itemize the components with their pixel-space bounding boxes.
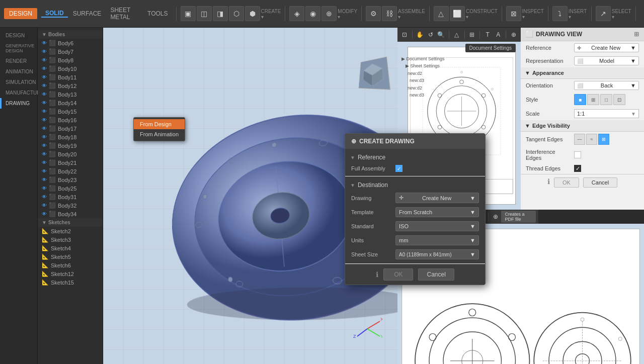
mini-tool-rotate[interactable]: ↺: [426, 29, 435, 40]
tree-item-sketch15[interactable]: 📐Sketch15: [38, 278, 103, 287]
tool-icon-3[interactable]: ◨: [213, 6, 228, 21]
dv-thread-checkbox[interactable]: ✓: [574, 165, 581, 172]
eye-icon[interactable]: 👁: [42, 160, 47, 165]
tab-sheet-metal[interactable]: SHEET METAL: [106, 7, 142, 21]
dv-expand-icon[interactable]: ⊞: [634, 31, 639, 38]
dialog-ok-button[interactable]: OK: [383, 268, 413, 281]
tree-item-body10[interactable]: 👁⬛Body10: [38, 64, 103, 73]
mini-tool-text[interactable]: T: [483, 29, 492, 40]
destination-section-header[interactable]: ▼ Destination: [345, 178, 485, 191]
bottom-tool-sym[interactable]: ⊕: [492, 211, 500, 222]
modify-icon-3[interactable]: ⊕: [321, 6, 337, 21]
eye-icon[interactable]: 👁: [42, 177, 47, 183]
tree-item-sketch5[interactable]: 📐Sketch5: [38, 252, 103, 261]
viewport-3d[interactable]: From Design From Animation: [103, 28, 397, 364]
construct-icon-2[interactable]: ⬜: [450, 6, 465, 21]
dv-cancel-button[interactable]: Cancel: [583, 177, 617, 188]
construct-icon-1[interactable]: △: [434, 6, 449, 21]
dialog-cancel-button[interactable]: Cancel: [418, 268, 454, 281]
tree-item-body32[interactable]: 👁⬛Body32: [38, 201, 103, 210]
mini-tool-dimensions[interactable]: ⊞: [467, 29, 476, 40]
sidebar-item-generative[interactable]: GENERATIVE DESIGN: [0, 41, 37, 56]
tree-item-body8[interactable]: 👁⬛Body8: [38, 56, 103, 64]
sidebar-item-render[interactable]: RENDER: [0, 56, 37, 66]
sidebar-item-simulation[interactable]: SIMULATION: [0, 77, 37, 87]
eye-icon[interactable]: 👁: [42, 194, 47, 200]
eye-icon[interactable]: 👁: [42, 117, 47, 123]
eye-icon[interactable]: 👁: [42, 40, 47, 46]
eye-icon[interactable]: 👁: [42, 57, 47, 63]
tree-item-body15[interactable]: 👁⬛Body15: [38, 107, 103, 116]
dv-style-btn-1[interactable]: ■: [574, 94, 586, 105]
dv-representation-select[interactable]: ⬜ Model ▼: [574, 56, 639, 65]
mini-tool-views[interactable]: ⊡: [400, 29, 409, 40]
eye-icon[interactable]: 👁: [42, 100, 47, 106]
sidebar-item-drawing[interactable]: DRAWING: [0, 98, 37, 109]
tree-item-sketch6[interactable]: 📐Sketch6: [38, 261, 103, 269]
tree-item-body34[interactable]: 👁⬛Body34: [38, 210, 103, 218]
tool-icon-2[interactable]: ◫: [197, 6, 212, 21]
tab-surface[interactable]: SURFACE: [69, 10, 106, 17]
assemble-icon-1[interactable]: ⚙: [366, 6, 381, 21]
dv-ok-button[interactable]: OK: [554, 177, 579, 188]
dv-tangent-foreshortened[interactable]: ≈: [586, 134, 597, 145]
standard-select[interactable]: ISO ▼: [395, 221, 479, 231]
tree-item-sketch12[interactable]: 📐Sketch12: [38, 269, 103, 278]
tool-icon-1[interactable]: ▣: [181, 6, 196, 21]
dv-interference-checkbox[interactable]: [574, 151, 581, 158]
assemble-icon-2[interactable]: ⛓: [382, 6, 397, 21]
dv-orientation-select[interactable]: ⬜ Back ▼: [574, 81, 639, 90]
mini-tool-geometry[interactable]: △: [452, 29, 461, 40]
tree-item-body20[interactable]: 👁⬛Body20: [38, 150, 103, 158]
tree-item-body17[interactable]: 👁⬛Body17: [38, 124, 103, 133]
mini-tool-text2[interactable]: A: [494, 29, 503, 40]
dv-appearance-header[interactable]: ▼ Appearance: [521, 67, 644, 79]
full-assembly-checkbox[interactable]: ✓: [395, 165, 403, 172]
sidebar-item-manufacture[interactable]: MANUFACTURE: [0, 87, 37, 98]
eye-icon[interactable]: 👁: [42, 134, 47, 140]
tab-tools[interactable]: TOOLS: [143, 10, 172, 17]
eye-icon[interactable]: 👁: [42, 66, 47, 71]
tree-item-body11[interactable]: 👁⬛Body11: [38, 73, 103, 81]
dv-reference-select[interactable]: ✛ Create New ▼: [574, 43, 639, 52]
tree-item-body16[interactable]: 👁⬛Body16: [38, 116, 103, 124]
tree-item-body21[interactable]: 👁⬛Body21: [38, 158, 103, 167]
eye-icon[interactable]: 👁: [42, 92, 47, 97]
sheet-size-select[interactable]: A0 (1189mm x 841mm) ▼: [395, 249, 479, 259]
insert-icon-1[interactable]: ⤵: [552, 6, 568, 21]
tree-item-body7[interactable]: 👁⬛Body7: [38, 47, 103, 56]
tree-item-sketch2[interactable]: 📐Sketch2: [38, 227, 103, 235]
nav-cube[interactable]: [359, 56, 391, 89]
eye-icon[interactable]: 👁: [42, 151, 47, 157]
template-select[interactable]: From Scratch ▼: [395, 207, 479, 217]
tree-item-body23[interactable]: 👁⬛Body23: [38, 175, 103, 184]
eye-icon[interactable]: 👁: [42, 109, 47, 114]
eye-icon[interactable]: 👁: [42, 74, 47, 80]
dialog-info-icon[interactable]: ℹ: [376, 270, 378, 279]
eye-icon[interactable]: 👁: [42, 168, 47, 174]
tool-icon-4[interactable]: ⬡: [229, 6, 244, 21]
eye-icon[interactable]: 👁: [42, 186, 47, 191]
tree-item-body22[interactable]: 👁⬛Body22: [38, 167, 103, 175]
units-select[interactable]: mm ▼: [395, 235, 479, 245]
dv-tangent-visible[interactable]: —: [574, 134, 585, 145]
tree-item-body14[interactable]: 👁⬛Body14: [38, 99, 103, 107]
drawing-select[interactable]: ✛ Create New ▼: [395, 193, 479, 203]
tree-item-body19[interactable]: 👁⬛Body19: [38, 141, 103, 150]
context-from-design[interactable]: From Design: [134, 119, 185, 129]
eye-icon[interactable]: 👁: [42, 143, 47, 148]
sidebar-item-animation[interactable]: ANIMATION: [0, 66, 37, 77]
tree-item-sketch4[interactable]: 📐Sketch4: [38, 244, 103, 252]
eye-icon[interactable]: 👁: [42, 126, 47, 131]
tree-item-body13[interactable]: 👁⬛Body13: [38, 90, 103, 99]
inspect-icon-1[interactable]: ⊠: [506, 6, 521, 21]
tool-icon-5[interactable]: ⬢: [245, 6, 260, 21]
modify-icon-1[interactable]: ◈: [289, 6, 304, 21]
tree-item-body18[interactable]: 👁⬛Body18: [38, 133, 103, 141]
design-button[interactable]: DESIGN: [4, 8, 37, 19]
modify-icon-2[interactable]: ◉: [305, 6, 320, 21]
dv-style-btn-4[interactable]: ⊡: [613, 94, 625, 105]
tree-item-body31[interactable]: 👁⬛Body31: [38, 193, 103, 201]
sidebar-item-design[interactable]: DESIGN: [0, 30, 37, 41]
mini-tool-zoom[interactable]: 🔍: [437, 29, 446, 40]
